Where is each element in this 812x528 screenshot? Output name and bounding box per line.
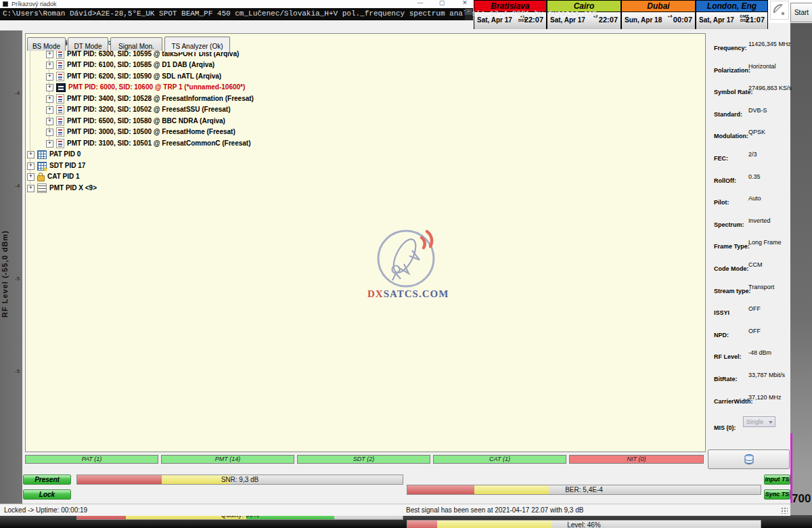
service-table-icon (56, 127, 64, 137)
param-stream-type: Stream type:Transport (714, 284, 790, 292)
tree-node-sdt[interactable]: + SDT PID 17 (27, 161, 85, 171)
param-label: NPD: (714, 332, 729, 338)
scroll-up-icon[interactable]: ^ (465, 9, 472, 15)
level-meter: Level: 46% (407, 520, 761, 528)
sync-ts-button[interactable]: Sync TS (764, 489, 790, 500)
spectrum-y-tick: -5 (15, 276, 22, 282)
param-value: 27496,863 KS/s (748, 85, 792, 91)
spectrum-y-tick: -5 (15, 368, 22, 374)
param-polarization: Polarization:Horizontal (714, 63, 790, 71)
tree-service-row[interactable]: + PMT PID: 3400, SID: 10528 @ FreesatInf… (46, 94, 254, 104)
tv-icon (56, 83, 66, 92)
ber-meter: BER: 5,4E-4 (407, 485, 761, 495)
param-npd: NPD:OFF (714, 328, 790, 336)
present-indicator-button[interactable]: Present (23, 475, 71, 485)
expand-icon[interactable]: + (46, 84, 53, 91)
clock-city: London, Eng (696, 1, 767, 12)
lock-indicator-button[interactable]: Lock (23, 489, 71, 500)
param-frame-type: Frame Type:Long Frame (714, 239, 790, 247)
param-label: Frame Type: (714, 243, 750, 250)
tree-service-label: PMT PID: 3000, SID: 10500 @ FreesatHome … (67, 127, 235, 137)
expand-icon[interactable]: + (27, 185, 35, 192)
tree-service-row[interactable]: + PMT PID: 3100, SID: 10501 @ FreesatCom… (46, 139, 251, 148)
tab-ts-analyzer[interactable]: TS Analyzer (Ok) (164, 37, 230, 52)
close-icon[interactable]: ✕ (460, 0, 470, 7)
tab-dt-mode[interactable]: DT Mode (68, 37, 108, 51)
param-value: DVB-S (748, 107, 767, 114)
param-rf-level: RF Level:-48 dBm (714, 349, 790, 357)
param-value: CCM (748, 261, 763, 268)
table-star-icon (37, 162, 47, 171)
param-fec: FEC:2/3 (714, 151, 790, 159)
param-label: Stream type: (714, 288, 751, 294)
tree-service-label: PMT PID: 6000, SID: 10600 @ TRP 1 (*unna… (68, 83, 245, 92)
param-spectrum: Spectrum:Inverted (714, 217, 790, 225)
param-value: QPSK (748, 129, 765, 135)
psi-bar-nit: NIT (0) (569, 455, 704, 464)
expand-icon[interactable]: + (27, 162, 35, 170)
database-icon (744, 454, 754, 465)
expand-icon[interactable]: + (27, 151, 35, 158)
expand-icon[interactable]: + (46, 62, 53, 69)
param-label: Spectrum: (714, 221, 744, 228)
console-window: C:\Users\Roman Dávid>A2E-28,5°E_UK SPOT … (0, 8, 473, 20)
tree-node-cat[interactable]: + CAT PID 1 (27, 172, 80, 181)
param-value: 2/3 (748, 151, 757, 158)
param-value: Inverted (748, 217, 771, 224)
tree-node-label: SDT PID 17 (49, 161, 85, 171)
param-frequency: Frequency:11426,345 MHz (714, 41, 790, 49)
expand-icon[interactable]: + (46, 129, 53, 136)
minimize-icon[interactable]: — (415, 0, 425, 7)
clock-city: Dubai (622, 1, 695, 12)
tree-node-pat[interactable]: + PAT PID 0 (27, 150, 81, 159)
mis-dropdown[interactable]: Single (743, 416, 775, 427)
service-table-icon (56, 105, 64, 114)
expand-icon[interactable]: + (46, 73, 53, 81)
expand-icon[interactable]: + (46, 51, 53, 58)
param-label: RollOff: (714, 177, 736, 184)
param-label: Pilot: (714, 199, 729, 206)
console-scrollbar[interactable] (465, 15, 472, 20)
param-label: Standard: (714, 111, 742, 118)
param-pilot: Pilot:Auto (714, 195, 790, 203)
param-value: 0.35 (748, 173, 761, 180)
resize-grip[interactable] (781, 507, 788, 514)
tree-service-row[interactable]: + PMT PID: 3000, SID: 10500 @ FreesatHom… (46, 127, 235, 137)
expand-icon[interactable]: + (46, 140, 53, 148)
tree-node-pmtx[interactable]: + PMT PID X <9> (27, 183, 97, 193)
watermark-rest: SATCS.COM (384, 288, 449, 299)
param-issyi: ISSYIOFF (714, 305, 790, 313)
ts-buffer-button[interactable] (708, 449, 790, 469)
param-value: 11426,345 MHz (748, 41, 791, 47)
expand-icon[interactable]: + (27, 173, 35, 181)
param-label: RF Level: (714, 353, 742, 360)
satellite-dish-logo-icon (367, 229, 445, 288)
expand-icon[interactable]: + (46, 106, 53, 114)
param-label: Modulation: (714, 133, 748, 139)
param-label: Polarization: (714, 67, 750, 74)
tree-service-row[interactable]: + PMT PID: 6100, SID: 10585 @ D1 DAB (Ar… (46, 60, 215, 70)
start-button[interactable]: Start (790, 3, 812, 22)
tree-service-row[interactable]: + PMT PID: 6500, SID: 10580 @ BBC NDRA (… (46, 116, 225, 126)
param-value: 33,787 Mbit/s (748, 372, 785, 378)
psi-bar-sdt: SDT (2) (297, 455, 430, 464)
tab-signal-mon[interactable]: Signal Mon. (110, 37, 162, 51)
tab-bs-mode[interactable]: BS Mode (27, 37, 66, 51)
param-value: Horizontal (748, 63, 776, 70)
param-label: Frequency: (714, 45, 747, 51)
tree-service-row[interactable]: + PMT PID: 3200, SID: 10502 @ FreesatSSU… (46, 105, 231, 114)
service-table-icon (56, 139, 64, 148)
input-ts-button[interactable]: Input TS (764, 475, 790, 485)
clock-time: 21:07 (746, 16, 765, 24)
clock-time: 22:07 (599, 16, 618, 24)
maximize-icon[interactable]: ▢ (437, 0, 447, 7)
expand-icon[interactable]: + (46, 118, 53, 125)
param-value: Transport (748, 284, 774, 290)
status-bar: Locked -> Uptime: 00:00:19 Best signal h… (0, 504, 790, 516)
tree-service-row[interactable]: + PMT PID: 6200, SID: 10590 @ SDL nATL (… (46, 72, 221, 81)
tree-node-label: CAT PID 1 (47, 172, 80, 181)
tree-service-row-selected[interactable]: + PMT PID: 6000, SID: 10600 @ TRP 1 (*un… (46, 83, 245, 92)
satellite-dish-button[interactable] (770, 1, 789, 20)
spectrum-y-tick: -4 (15, 183, 22, 189)
expand-icon[interactable]: + (46, 95, 53, 103)
